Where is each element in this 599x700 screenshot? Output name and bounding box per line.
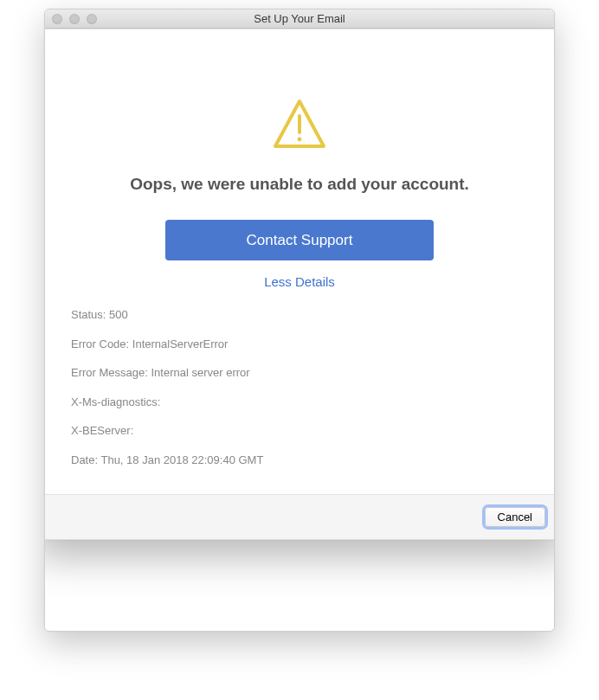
detail-status: Status: 500: [71, 306, 528, 324]
warning-icon: [273, 99, 326, 149]
detail-error-message: Error Message: Internal server error: [71, 364, 528, 382]
error-details: Status: 500 Error Code: InternalServerEr…: [71, 306, 528, 468]
minimize-window-icon[interactable]: [69, 14, 80, 24]
date-value: Thu, 18 Jan 2018 22:09:40 GMT: [100, 453, 263, 466]
detail-diagnostics: X-Ms-diagnostics:: [71, 394, 528, 411]
contact-support-button[interactable]: Contact Support: [165, 220, 434, 260]
titlebar[interactable]: Set Up Your Email: [45, 10, 554, 29]
detail-date: Date: Thu, 18 Jan 2018 22:09:40 GMT: [71, 452, 528, 469]
error-dialog: Oops, we were unable to add your account…: [44, 29, 555, 540]
dialog-content: Oops, we were unable to add your account…: [44, 29, 555, 494]
diagnostics-label: X-Ms-diagnostics:: [71, 395, 160, 408]
window-title: Set Up Your Email: [45, 12, 554, 25]
cancel-button[interactable]: Cancel: [485, 507, 545, 527]
error-heading: Oops, we were unable to add your account…: [71, 175, 528, 194]
detail-error-code: Error Code: InternalServerError: [71, 336, 528, 353]
error-code-label: Error Code:: [71, 337, 129, 350]
zoom-window-icon[interactable]: [87, 14, 97, 24]
beserver-label: X-BEServer:: [71, 424, 133, 437]
svg-point-2: [298, 138, 302, 142]
status-value: 500: [109, 308, 128, 321]
traffic-lights: [45, 14, 97, 24]
date-label: Date:: [71, 453, 98, 466]
app-window: Set Up Your Email Oops, we were unable t…: [44, 9, 555, 632]
error-message-label: Error Message:: [71, 366, 148, 379]
status-label: Status:: [71, 308, 106, 321]
error-code-value: InternalServerError: [132, 337, 229, 350]
close-window-icon[interactable]: [52, 14, 62, 24]
less-details-toggle[interactable]: Less Details: [264, 274, 335, 289]
error-message-value: Internal server error: [151, 366, 250, 379]
dialog-footer: Cancel: [44, 494, 555, 539]
detail-beserver: X-BEServer:: [71, 422, 528, 440]
